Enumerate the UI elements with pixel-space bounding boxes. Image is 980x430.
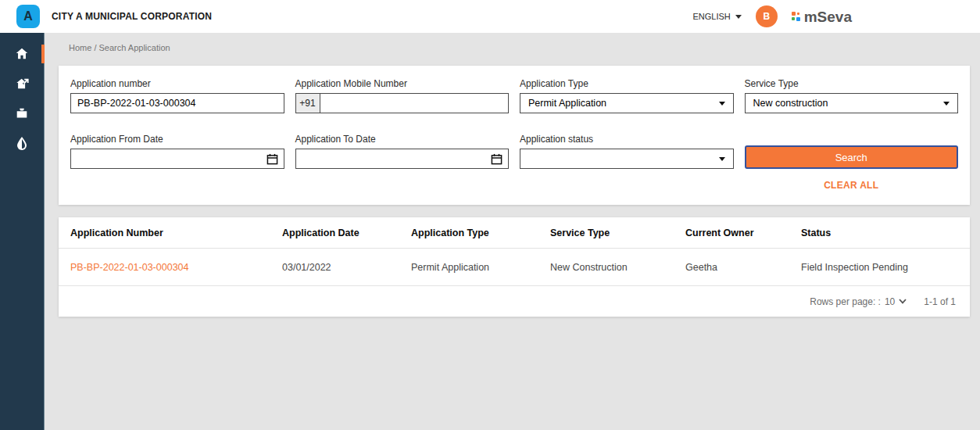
col-current-owner: Current Owner — [685, 228, 801, 238]
avatar-letter: B — [763, 11, 770, 22]
briefcase-icon — [15, 106, 29, 120]
application-number-label: Application number — [70, 78, 284, 89]
rows-per-page-value: 10 — [885, 296, 895, 307]
cell-application-type: Permit Application — [411, 262, 550, 273]
calendar-icon[interactable] — [266, 153, 278, 165]
sidebar-item-municipal-services[interactable] — [0, 69, 44, 99]
water-drop-icon — [16, 136, 27, 150]
application-number-link[interactable]: PB-BP-2022-01-03-000304 — [70, 262, 282, 273]
dropdown-arrow-icon — [719, 102, 725, 106]
col-service-type: Service Type — [550, 228, 685, 238]
header-right: ENGLISH B mSeva — [692, 5, 852, 27]
field-service-type: Service Type New construction — [745, 78, 959, 113]
dropdown-arrow-icon — [719, 157, 725, 161]
sidebar-item-home[interactable] — [0, 39, 44, 69]
field-application-type: Application Type Permit Application — [520, 78, 734, 113]
search-button[interactable]: Search — [745, 145, 959, 169]
active-indicator — [41, 45, 45, 63]
breadcrumb: Home / Search Application — [69, 43, 170, 52]
user-avatar[interactable]: B — [756, 5, 778, 27]
col-application-type: Application Type — [411, 228, 550, 238]
from-date-input[interactable] — [71, 149, 284, 168]
cell-current-owner: Geetha — [685, 262, 801, 273]
table-header-row: Application Number Application Date Appl… — [59, 217, 970, 249]
main-content: Home / Search Application Application nu… — [45, 33, 980, 430]
language-selector[interactable]: ENGLISH — [692, 12, 741, 21]
cell-application-date: 03/01/2022 — [282, 262, 411, 273]
mseva-brand-text: mSeva — [804, 9, 852, 25]
mobile-number-input[interactable] — [320, 94, 509, 113]
application-status-select[interactable] — [520, 149, 734, 169]
field-from-date: Application From Date — [70, 134, 284, 169]
rows-per-page-label: Rows per page: : — [810, 296, 881, 307]
app-header: A CITY A MUNICIPAL CORPORATION ENGLISH B… — [0, 0, 980, 33]
application-type-label: Application Type — [520, 78, 734, 89]
sidebar-item-employee-directory[interactable] — [0, 99, 44, 128]
city-logo-letter: A — [23, 9, 33, 23]
field-application-number: Application number — [70, 78, 284, 113]
language-label: ENGLISH — [692, 12, 730, 21]
to-date-input[interactable] — [296, 149, 509, 168]
sidebar — [0, 33, 45, 430]
col-application-number: Application Number — [70, 228, 282, 238]
table-row: PB-BP-2022-01-03-000304 03/01/2022 Permi… — [59, 249, 970, 286]
pagination-range: 1-1 of 1 — [924, 296, 956, 307]
breadcrumb-current: Search Application — [99, 43, 170, 52]
application-number-input[interactable] — [71, 94, 284, 113]
clear-all-button[interactable]: CLEAR ALL — [745, 180, 959, 191]
service-type-label: Service Type — [745, 78, 959, 89]
sidebar-item-water-services[interactable] — [0, 128, 44, 158]
mobile-prefix: +91 — [295, 93, 320, 113]
chevron-down-icon — [899, 299, 907, 304]
field-to-date: Application To Date — [295, 134, 510, 169]
table-footer: Rows per page: : 10 1-1 of 1 — [59, 286, 970, 317]
page-title: CITY A MUNICIPAL CORPORATION — [52, 11, 212, 22]
service-type-select[interactable]: New construction — [745, 93, 959, 113]
chevron-down-icon — [735, 15, 742, 19]
service-type-value: New construction — [753, 98, 828, 109]
city-logo: A — [16, 5, 40, 28]
dropdown-arrow-icon — [943, 102, 950, 106]
application-status-label: Application status — [520, 134, 734, 145]
col-status: Status — [801, 228, 958, 238]
calendar-icon[interactable] — [491, 153, 503, 165]
application-type-select[interactable]: Permit Application — [520, 93, 734, 113]
mobile-number-label: Application Mobile Number — [295, 78, 510, 89]
cell-status: Field Inspection Pending — [801, 262, 958, 273]
mseva-logo: mSeva — [792, 9, 852, 25]
cell-service-type: New Construction — [550, 262, 685, 273]
field-application-status: Application status — [520, 134, 734, 169]
search-form-card: Application number Application Mobile Nu… — [59, 66, 970, 205]
building-arrow-icon — [15, 77, 30, 91]
application-type-value: Permit Application — [528, 98, 606, 109]
home-icon — [15, 47, 29, 61]
to-date-label: Application To Date — [295, 134, 510, 145]
results-table-card: Application Number Application Date Appl… — [59, 217, 970, 317]
from-date-label: Application From Date — [70, 134, 284, 145]
field-mobile-number: Application Mobile Number +91 — [295, 78, 510, 113]
col-application-date: Application Date — [282, 228, 411, 238]
breadcrumb-home[interactable]: Home — [69, 43, 91, 52]
rows-per-page-select[interactable]: Rows per page: : 10 — [810, 296, 907, 307]
mseva-dots-icon — [792, 12, 802, 22]
